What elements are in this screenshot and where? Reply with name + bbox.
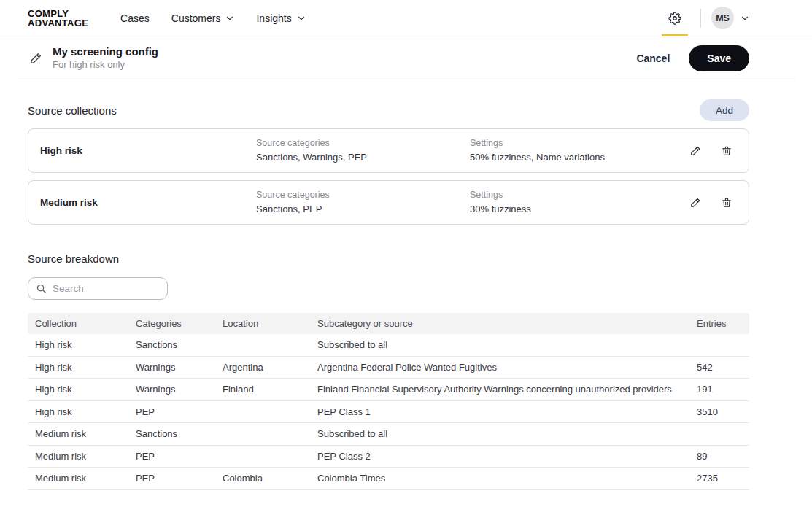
nav-item-label: Customers xyxy=(171,12,221,24)
categories-label: Source categories xyxy=(256,188,470,202)
config-titles: My screening config For high risk only xyxy=(53,45,158,71)
column-header-subcategory: Subcategory or source xyxy=(317,318,697,329)
cell-subcategory: Subscribed to all xyxy=(317,428,697,439)
collection-settings: Settings 50% fuzziness, Name variations xyxy=(470,136,674,166)
cell-subcategory: PEP Class 2 xyxy=(317,451,697,462)
card-actions xyxy=(689,145,732,157)
collection-card-high-risk: High risk Source categories Sanctions, W… xyxy=(28,128,749,173)
settings-label: Settings xyxy=(470,188,674,202)
column-header-entries: Entries xyxy=(697,318,749,329)
source-collections-title: Source collections xyxy=(28,104,117,117)
cell-location: Colombia xyxy=(223,473,317,484)
table-header-row: Collection Categories Location Subcatego… xyxy=(28,313,749,334)
cell-categories: PEP xyxy=(136,451,223,462)
nav-item-label: Cases xyxy=(120,12,150,24)
cell-collection: High risk xyxy=(35,384,136,395)
main-nav: Cases Customers Insights xyxy=(120,12,306,24)
user-menu-chevron-down-icon[interactable] xyxy=(741,14,749,23)
card-actions xyxy=(689,197,732,209)
cell-subcategory: Finland Financial Supervisory Authority … xyxy=(317,384,697,395)
cell-categories: Sanctions xyxy=(136,428,223,439)
nav-item-insights[interactable]: Insights xyxy=(256,12,305,24)
delete-collection-trash-icon[interactable] xyxy=(721,145,732,157)
cell-collection: Medium risk xyxy=(35,428,136,439)
cell-location: Finland xyxy=(223,384,317,395)
navbar-right: MS xyxy=(660,0,749,36)
collection-name: Medium risk xyxy=(40,197,256,208)
cell-location: Argentina xyxy=(223,362,317,373)
search-box xyxy=(28,277,168,300)
table-row[interactable]: High risk Warnings Finland Finland Finan… xyxy=(28,379,749,401)
table-row[interactable]: High risk PEP PEP Class 1 3510 xyxy=(28,401,749,424)
cell-entries: 89 xyxy=(697,451,749,462)
column-header-collection: Collection xyxy=(35,318,136,329)
chevron-down-icon xyxy=(297,14,306,23)
collection-name: High risk xyxy=(40,145,256,156)
table-row[interactable]: Medium risk PEP Colombia Colombia Times … xyxy=(28,468,749,490)
cell-subcategory: Subscribed to all xyxy=(317,339,697,350)
source-breakdown-title: Source breakdown xyxy=(28,252,749,265)
cell-subcategory: Argentina Federal Police Wanted Fugitive… xyxy=(317,362,697,373)
table-row[interactable]: High risk Warnings Argentina Argentina F… xyxy=(28,357,749,379)
collection-card-medium-risk: Medium risk Source categories Sanctions,… xyxy=(28,180,749,225)
nav-item-label: Insights xyxy=(256,12,291,24)
comply-advantage-logo[interactable]: COMPLY ADVANTAGE xyxy=(28,9,88,28)
categories-label: Source categories xyxy=(256,136,470,150)
logo-line-1: COMPLY xyxy=(28,9,88,18)
source-breakdown-table: Collection Categories Location Subcatego… xyxy=(28,313,749,490)
cell-collection: Medium risk xyxy=(35,451,136,462)
cell-categories: Warnings xyxy=(136,362,223,373)
logo-line-2: ADVANTAGE xyxy=(28,18,88,28)
table-row[interactable]: Medium risk Sanctions Subscribed to all xyxy=(28,423,749,446)
save-button[interactable]: Save xyxy=(689,45,749,71)
cell-categories: PEP xyxy=(136,473,223,484)
collection-categories: Source categories Sanctions, Warnings, P… xyxy=(256,136,470,166)
settings-value: 30% fuzziness xyxy=(470,202,674,217)
collection-settings: Settings 30% fuzziness xyxy=(470,188,674,217)
nav-item-cases[interactable]: Cases xyxy=(120,12,150,24)
config-header: My screening config For high risk only C… xyxy=(18,36,794,80)
avatar[interactable]: MS xyxy=(711,7,734,29)
cell-collection: Medium risk xyxy=(35,473,136,484)
column-header-location: Location xyxy=(223,318,317,329)
cell-entries: 191 xyxy=(697,384,749,395)
avatar-initials: MS xyxy=(716,13,730,23)
search-input[interactable] xyxy=(53,283,160,294)
categories-value: Sanctions, Warnings, PEP xyxy=(256,150,470,165)
search-icon xyxy=(36,283,47,294)
table-row[interactable]: Medium risk PEP PEP Class 2 89 xyxy=(28,446,749,468)
header-actions: Cancel Save xyxy=(636,45,749,71)
settings-label: Settings xyxy=(470,136,674,150)
nav-item-customers[interactable]: Customers xyxy=(171,12,235,24)
cell-entries: 2735 xyxy=(697,473,749,484)
collection-categories: Source categories Sanctions, PEP xyxy=(256,188,470,217)
cell-collection: High risk xyxy=(35,339,136,350)
cell-collection: High risk xyxy=(35,362,136,373)
top-navbar: COMPLY ADVANTAGE Cases Customers Insight… xyxy=(0,0,812,36)
add-collection-button[interactable]: Add xyxy=(700,99,749,121)
source-collections-header: Source collections Add xyxy=(28,99,749,121)
settings-nav-button[interactable] xyxy=(660,0,690,36)
cell-categories: Warnings xyxy=(136,384,223,395)
delete-collection-trash-icon[interactable] xyxy=(721,197,732,209)
settings-value: 50% fuzziness, Name variations xyxy=(470,150,674,165)
table-row[interactable]: High risk Sanctions Subscribed to all xyxy=(28,334,749,357)
column-header-categories: Categories xyxy=(136,318,223,329)
cell-subcategory: PEP Class 1 xyxy=(317,406,697,417)
cancel-button[interactable]: Cancel xyxy=(636,53,670,64)
page-subtitle: For high risk only xyxy=(53,59,158,71)
cell-subcategory: Colombia Times xyxy=(317,473,697,484)
active-tab-indicator xyxy=(662,34,688,36)
gear-icon xyxy=(668,12,681,25)
cell-collection: High risk xyxy=(35,406,136,417)
edit-title-pencil-icon[interactable] xyxy=(29,52,42,65)
main-content: Source collections Add High risk Source … xyxy=(0,99,812,490)
chevron-down-icon xyxy=(225,14,234,23)
edit-collection-pencil-icon[interactable] xyxy=(689,197,701,209)
cell-entries: 542 xyxy=(697,362,749,373)
table-body: High risk Sanctions Subscribed to all Hi… xyxy=(28,334,749,490)
cell-entries: 3510 xyxy=(697,406,749,417)
edit-collection-pencil-icon[interactable] xyxy=(689,145,701,157)
page-title: My screening config xyxy=(53,45,158,59)
categories-value: Sanctions, PEP xyxy=(256,202,470,217)
